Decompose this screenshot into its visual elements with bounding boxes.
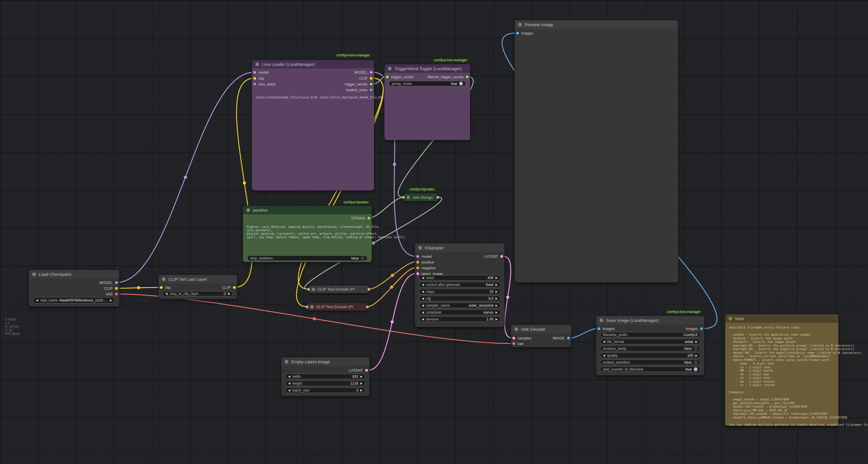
collapse-toggle[interactable]	[255, 62, 259, 66]
toggle-circle-icon[interactable]	[361, 256, 365, 260]
input-dot-model[interactable]	[416, 255, 419, 258]
increment-arrow-icon[interactable]: ▶	[695, 340, 698, 343]
increment-arrow-icon[interactable]: ▶	[110, 299, 112, 302]
steps-widget[interactable]: ◀ steps 20 ▶	[419, 289, 501, 294]
increment-arrow-icon[interactable]: ▶	[495, 297, 498, 300]
denoise-widget[interactable]: ◀ denoise 1.00 ▶	[419, 316, 501, 322]
node-preview-image[interactable]: Preview Image images	[515, 20, 678, 283]
node-empty-latent-image[interactable]: Empty Latent Image LATENT ◀ width 832 ▶ …	[281, 357, 369, 396]
decrement-arrow-icon[interactable]: ◀	[36, 299, 38, 302]
output-dot-latent[interactable]	[365, 369, 368, 372]
input-dot-clip[interactable]	[253, 77, 256, 80]
collapsed-output-dot[interactable]	[436, 196, 439, 199]
decrement-arrow-icon[interactable]: ◀	[288, 389, 290, 392]
output-dot-latent[interactable]	[500, 255, 503, 258]
input-dot-vae[interactable]	[513, 342, 515, 345]
node-clip-set-last-layer[interactable]: CLIP Set Last Layer clip CLIP ◀ stop_at_…	[158, 275, 237, 299]
decrement-arrow-icon[interactable]: ◀	[422, 297, 424, 300]
embed-workflow-toggle[interactable]: embed_workflow false	[600, 359, 701, 365]
decrement-arrow-icon[interactable]: ◀	[603, 340, 605, 343]
input-dot-clip[interactable]	[160, 286, 163, 289]
scheduler-widget[interactable]: ◀ scheduler karras ▶	[419, 310, 501, 315]
input-dot-latent-image[interactable]	[416, 272, 419, 275]
input-dot-model[interactable]	[253, 71, 256, 74]
node-lora-loader[interactable]: Lora Loader (LoraManager) model clip lor…	[252, 60, 374, 191]
collapse-toggle[interactable]	[32, 272, 36, 276]
width-widget[interactable]: ◀ width 832 ▶	[285, 374, 365, 379]
collapsed-input-dot[interactable]	[306, 306, 309, 308]
decrement-arrow-icon[interactable]: ◀	[603, 354, 605, 357]
collapsed-input-dot[interactable]	[402, 196, 405, 199]
decrement-arrow-icon[interactable]: ◀	[165, 292, 167, 295]
increment-arrow-icon[interactable]: ▶	[360, 389, 363, 392]
collapse-toggle[interactable]	[728, 317, 732, 320]
lossless-webp-toggle[interactable]: lossless_webp false	[600, 346, 701, 351]
output-dot-vae[interactable]	[115, 293, 118, 295]
node-clip-text-encode-positive[interactable]: CLIP Text Encode (Pr	[309, 285, 369, 293]
collapse-toggle[interactable]	[599, 318, 603, 322]
input-dot-trigger-words[interactable]	[386, 76, 389, 78]
toggle-circle-icon[interactable]	[694, 367, 698, 371]
input-dot-samples[interactable]	[513, 337, 515, 340]
control-after-generate-widget[interactable]: ◀ control after generate fixed ▶	[419, 282, 501, 287]
height-widget[interactable]: ◀ height 1216 ▶	[285, 381, 365, 386]
collapse-toggle[interactable]	[418, 246, 422, 250]
input-dot-images[interactable]	[597, 327, 600, 330]
node-note[interactable]: Note Available filename_prefix Pattern C…	[725, 314, 838, 426]
node-clip-text-encode-negative[interactable]: CLIP Text Encode (Pr	[307, 303, 367, 311]
decrement-arrow-icon[interactable]: ◀	[422, 311, 424, 314]
node-ksampler[interactable]: KSampler model positive negative latent_…	[415, 243, 504, 327]
increment-arrow-icon[interactable]: ▶	[228, 292, 230, 295]
node-save-image[interactable]: Save Image (LoraManager) images images f…	[596, 316, 704, 375]
note-content[interactable]: Available filename_prefix Pattern Codes …	[729, 326, 868, 426]
input-dot-negative[interactable]	[416, 266, 419, 269]
output-dot-model[interactable]	[370, 71, 373, 74]
output-dot-clip[interactable]	[115, 287, 118, 290]
increment-arrow-icon[interactable]: ▶	[495, 311, 498, 314]
collapsed-output-dot[interactable]	[366, 306, 369, 308]
stop-at-clip-layer-widget[interactable]: ◀ stop_at_clip_layer -2 ▶	[162, 291, 233, 296]
increment-arrow-icon[interactable]: ▶	[495, 318, 498, 321]
comfyui-canvas[interactable]: { "canvas": { "stats": "T: 0.00s\nI: 0\n…	[0, 0, 868, 464]
decrement-arrow-icon[interactable]: ◀	[288, 382, 290, 385]
cfg-widget[interactable]: ◀ cfg 8.0 ▶	[419, 296, 501, 301]
sampler-name-widget[interactable]: ◀ sampler_name euler_ancestral ▶	[419, 302, 501, 308]
input-dot-lora-stack[interactable]	[253, 83, 256, 85]
collapsed-output-dot[interactable]	[367, 288, 370, 291]
input-dot-positive[interactable]	[416, 261, 419, 263]
collapse-toggle[interactable]	[407, 196, 410, 199]
collapse-toggle[interactable]	[246, 208, 250, 212]
batch-size-widget[interactable]: ◀ batch_size 3 ▶	[285, 387, 365, 393]
prompt-text[interactable]: highres, very detailed, amazing quality,…	[247, 225, 406, 239]
decrement-arrow-icon[interactable]: ◀	[422, 304, 424, 307]
toggle-circle-icon[interactable]	[694, 347, 698, 350]
output-dot-image[interactable]	[567, 337, 570, 340]
collapse-toggle[interactable]	[310, 305, 314, 309]
increment-arrow-icon[interactable]: ▶	[360, 382, 363, 385]
strip-newlines-toggle[interactable]: strip_newlines false	[247, 256, 367, 261]
node-vae-decode[interactable]: VAE Decode samples vae IMAGE	[511, 325, 571, 347]
increment-arrow-icon[interactable]: ▶	[495, 304, 498, 307]
collapse-toggle[interactable]	[162, 277, 165, 281]
decrement-arrow-icon[interactable]: ◀	[288, 375, 290, 378]
input-dot-images[interactable]	[516, 32, 519, 34]
node-load-checkpoint[interactable]: Load Checkpoint MODEL CLIP VAE ◀ ckpt_na…	[29, 270, 119, 307]
output-dot-clip[interactable]	[370, 77, 373, 80]
lora-syntax-text[interactable]: <lora:CreateConcept_Illustrious:0.8> <lo…	[256, 96, 399, 99]
increment-arrow-icon[interactable]: ▶	[695, 354, 698, 357]
decrement-arrow-icon[interactable]: ◀	[422, 318, 424, 321]
output-dot-string[interactable]	[367, 216, 370, 220]
seed-widget[interactable]: ◀ seed 409 ▶	[419, 275, 501, 281]
increment-arrow-icon[interactable]: ▶	[495, 290, 498, 293]
increment-arrow-icon[interactable]: ▶	[360, 375, 363, 378]
output-dot-trigger-words[interactable]	[370, 83, 373, 85]
output-dot-loaded-loras[interactable]	[370, 88, 373, 91]
add-counter-to-filename-toggle[interactable]: add_counter_to_filename true	[600, 367, 701, 372]
output-dot-clip[interactable]	[233, 286, 236, 289]
decrement-arrow-icon[interactable]: ◀	[422, 283, 424, 286]
output-dot-filtered-trigger-words[interactable]	[466, 76, 469, 78]
output-dot-images[interactable]	[700, 327, 703, 330]
file-format-widget[interactable]: ◀ file_format webp ▶	[600, 339, 701, 344]
group-mode-toggle[interactable]: group_mode true	[389, 81, 466, 86]
node-triggerword-toggle[interactable]: TriggerWord Toggle (LoraManager) trigger…	[384, 64, 470, 140]
